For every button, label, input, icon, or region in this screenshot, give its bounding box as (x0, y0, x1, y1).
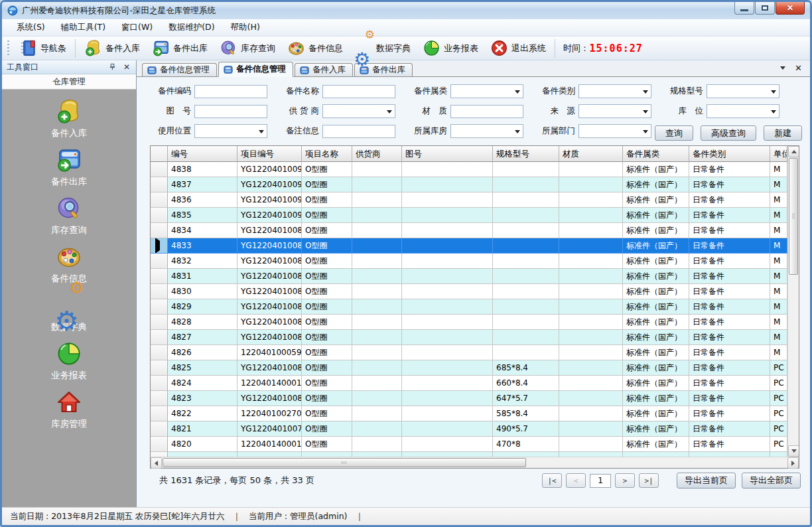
scroll-up-icon[interactable] (788, 146, 799, 157)
spec-select[interactable] (707, 84, 779, 98)
table-row[interactable]: 4836YG12204010091O型圈标准件（国产）日常备件M (151, 192, 787, 208)
tab-1[interactable]: 备件信息管理 (218, 62, 293, 77)
row-selector-cell[interactable] (151, 284, 168, 299)
column-header[interactable]: 材质 (559, 146, 623, 162)
column-header[interactable]: 供货商 (352, 146, 402, 162)
row-selector-cell[interactable] (151, 299, 168, 315)
table-row[interactable]: 4830YG12204010085O型圈标准件（国产）日常备件M (151, 284, 787, 299)
sidebar-item-report[interactable]: 业务报表 (2, 340, 136, 382)
table-row[interactable]: 4837YG12204010092O型圈标准件（国产）日常备件M (151, 177, 787, 192)
toolbar-spare-info-button[interactable]: 备件信息 (281, 38, 349, 58)
source-select[interactable] (578, 104, 651, 118)
remark-field[interactable] (322, 125, 395, 138)
export-all-pages-button[interactable]: 导出全部页 (742, 473, 801, 489)
warehouse-select[interactable] (450, 124, 523, 138)
table-row[interactable]: 4825YG12204010081O型圈685*8.4标准件（国产）日常备件PC (151, 360, 787, 376)
row-selector-cell[interactable] (151, 162, 168, 177)
toolbar-navbar-button[interactable]: 导航条 (13, 38, 72, 58)
table-row[interactable]: 48261220401000599O型圈标准件（国产）日常备件M (151, 345, 787, 360)
page-number-input[interactable] (590, 474, 611, 488)
toolbar-exit-button[interactable]: 退出系统 (484, 38, 552, 58)
table-row[interactable]: 4834YG12204010089O型圈标准件（国产）日常备件M (151, 223, 787, 238)
tab-2[interactable]: 备件入库 (295, 63, 353, 76)
toolbar-data-dict-button[interactable]: ⚙⚙数据字典 (349, 38, 417, 58)
minimize-button[interactable] (734, 2, 754, 15)
spare-name-field[interactable] (322, 85, 395, 98)
scroll-down-icon[interactable] (788, 445, 799, 457)
row-selector-cell[interactable] (151, 315, 168, 330)
column-header[interactable]: 编号 (168, 146, 237, 162)
tab-close-icon[interactable]: ✕ (795, 64, 802, 72)
row-selector-cell[interactable] (151, 238, 168, 254)
column-header[interactable]: 备件类别 (689, 146, 770, 162)
query-button[interactable]: 查询 (655, 125, 693, 141)
row-selector-cell[interactable] (151, 360, 168, 376)
title-bar[interactable]: 广州爱奇迪软件科技有限公司-深田之星仓库管理系统 ✕ (2, 2, 810, 19)
row-selector-cell[interactable] (151, 391, 168, 406)
menu-item[interactable]: 数据维护(D) (161, 19, 222, 36)
table-row[interactable]: 4833YG12204010088O型圈标准件（国产）日常备件M (151, 238, 787, 254)
table-row[interactable]: 4831YG12204010086O型圈标准件（国产）日常备件M (151, 269, 787, 284)
new-button[interactable]: 新建 (764, 125, 802, 141)
table-row[interactable]: 48221220401002700O型圈585*8.4标准件（国产）日常备件PC (151, 406, 787, 421)
table-row[interactable]: 4821YG12204010079O型圈490*5.7标准件（国产）日常备件PC (151, 421, 787, 437)
row-selector-cell[interactable] (151, 208, 168, 223)
table-row[interactable]: 4832YG12204010087O型圈标准件（国产）日常备件M (151, 254, 787, 269)
corner-cell[interactable] (151, 146, 168, 162)
menu-item[interactable]: 窗口(W) (113, 19, 161, 36)
column-header[interactable]: 规格型号 (493, 146, 559, 162)
drawing-no-field[interactable] (194, 105, 267, 118)
column-header[interactable]: 备件属类 (623, 146, 689, 162)
horizontal-scroll-thumb[interactable] (163, 458, 526, 467)
table-row[interactable]: 4835YG12204010090O型圈标准件（国产）日常备件M (151, 208, 787, 223)
scroll-left-icon[interactable] (151, 457, 162, 469)
row-selector-cell[interactable] (151, 345, 168, 360)
row-selector-cell[interactable] (151, 192, 168, 208)
spare-code-field[interactable] (194, 85, 267, 98)
row-selector-cell[interactable] (151, 330, 168, 345)
row-selector-cell[interactable] (151, 376, 168, 391)
toolbar-report-button[interactable]: 业务报表 (417, 38, 484, 58)
row-selector-cell[interactable] (151, 269, 168, 284)
maximize-button[interactable] (755, 2, 775, 15)
use-position-select[interactable] (194, 124, 267, 138)
export-current-page-button[interactable]: 导出当前页 (677, 473, 736, 489)
tool-window-close-icon[interactable]: ✕ (122, 63, 131, 71)
row-selector-cell[interactable] (151, 437, 168, 452)
tab-0[interactable]: 备件信息管理 (142, 63, 217, 76)
row-selector-cell[interactable] (151, 406, 168, 421)
last-page-button[interactable]: >| (639, 473, 659, 488)
sidebar-item-spare-out[interactable]: 备件出库 (2, 147, 136, 188)
row-selector-cell[interactable] (151, 421, 168, 437)
sidebar-item-spare-in[interactable]: 备件入库 (2, 98, 136, 139)
column-header[interactable]: 单位 (770, 146, 787, 162)
sidebar-item-warehouse[interactable]: 库房管理 (2, 389, 136, 430)
table-row[interactable]: 4827YG12204010082O型圈标准件（国产）日常备件M (151, 330, 787, 345)
horizontal-scrollbar[interactable] (151, 457, 799, 468)
spare-category-select[interactable] (578, 84, 651, 98)
sidebar-group-header[interactable]: 仓库管理 (2, 74, 136, 90)
supplier-select[interactable] (322, 104, 395, 118)
table-row[interactable]: 4828YG12204010083O型圈标准件（国产）日常备件M (151, 315, 787, 330)
vertical-scroll-thumb[interactable] (789, 158, 798, 275)
vertical-scrollbar[interactable] (787, 146, 799, 457)
toolbar-stock-query-button[interactable]: 库存查询 (214, 38, 281, 58)
scroll-right-icon[interactable] (787, 457, 799, 469)
column-header[interactable]: 图号 (402, 146, 493, 162)
row-selector-cell[interactable] (151, 254, 168, 269)
prev-page-button[interactable]: < (566, 473, 586, 488)
tab-list-dropdown-icon[interactable] (780, 66, 785, 70)
first-page-button[interactable]: |< (542, 473, 562, 488)
next-page-button[interactable]: > (615, 473, 635, 488)
table-row[interactable]: 4838YG12204010093O型圈标准件（国产）日常备件M (151, 162, 787, 177)
menu-item[interactable]: 系统(S) (9, 19, 53, 36)
close-button[interactable]: ✕ (776, 2, 805, 15)
material-field[interactable] (450, 105, 523, 118)
table-row[interactable]: 4829YG12204010084O型圈标准件（国产）日常备件M (151, 299, 787, 315)
toolbar-spare-out-button[interactable]: 备件出库 (146, 38, 214, 58)
column-header[interactable]: 项目编号 (237, 146, 302, 162)
row-selector-cell[interactable] (151, 223, 168, 238)
sidebar-item-stock-query[interactable]: 库存查询 (2, 195, 136, 236)
pin-icon[interactable] (107, 63, 117, 72)
table-row[interactable]: 4823YG12204010080O型圈647*5.7标准件（国产）日常备件PC (151, 391, 787, 406)
